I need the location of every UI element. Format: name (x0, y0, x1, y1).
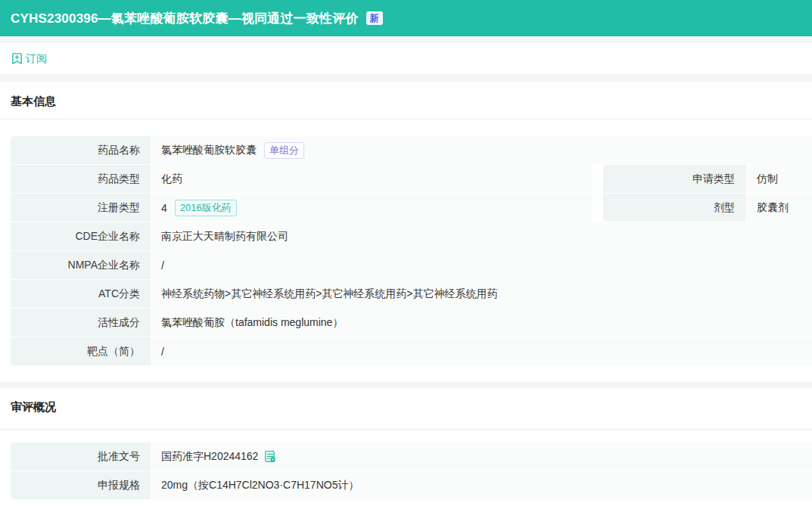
row-value: 氯苯唑酸葡胺软胶囊单组分 (151, 136, 812, 164)
row-value: / (151, 337, 812, 365)
table-row: 申报规格20mg（按C14H7Cl2NO3·C7H17NO5计） (11, 471, 812, 499)
basic-info-title: 基本信息 (0, 82, 812, 120)
table-row: ATC分类神经系统药物>其它神经系统用药>其它神经系统用药>其它神经系统用药 (11, 280, 812, 308)
row-value: 氯苯唑酸葡胺（tafamidis meglumine） (151, 309, 812, 337)
row-value-text: / (161, 259, 164, 272)
row-value-text: 胶囊剂 (757, 201, 789, 215)
value-tag: 单组分 (264, 142, 304, 159)
table-row: CDE企业名称南京正大天晴制药有限公司 (11, 222, 812, 250)
row-value: 仿制 (745, 165, 812, 193)
review-overview-title: 审评概况 (0, 388, 812, 430)
row-value-text: 氯苯唑酸葡胺（tafamidis meglumine） (161, 316, 343, 330)
table-row: 注册类型42016版化药 (11, 194, 593, 222)
row-label: 批准文号 (11, 442, 151, 470)
basic-info-right-table: 申请类型仿制剂型胶囊剂 (603, 165, 812, 222)
review-overview-card: 审评概况 批准文号国药准字H20244162申报规格20mg（按C14H7Cl2… (0, 388, 812, 506)
table-row: NMPA企业名称/ (11, 251, 812, 279)
row-label: ATC分类 (11, 280, 151, 308)
row-value: 胶囊剂 (745, 194, 812, 222)
row-value-text: 国药准字H20244162 (161, 450, 258, 464)
row-label: 剂型 (603, 194, 745, 222)
table-row: 药品名称氯苯唑酸葡胺软胶囊单组分 (11, 136, 812, 164)
basic-info-card: 基本信息 药品名称氯苯唑酸葡胺软胶囊单组分药品类型化药注册类型42016版化药C… (0, 82, 812, 382)
table-row: 药品类型化药 (11, 165, 593, 193)
row-label: 申请类型 (603, 165, 745, 193)
table-row: 申请类型仿制 (603, 165, 812, 193)
row-label: 活性成分 (11, 309, 151, 337)
row-value: 南京正大天晴制药有限公司 (151, 222, 812, 250)
row-value: 神经系统药物>其它神经系统用药>其它神经系统用药>其它神经系统用药 (151, 280, 812, 308)
row-value-text: 4 (161, 202, 167, 214)
subscribe-bar: 订阅 (0, 43, 812, 74)
row-label: 靶点（简） (11, 337, 151, 365)
new-badge: 新 (366, 11, 383, 25)
row-value-text: 仿制 (757, 172, 778, 186)
row-value-text: 南京正大天晴制药有限公司 (161, 230, 288, 244)
row-value-text: 20mg（按C14H7Cl2NO3·C7H17NO5计） (161, 479, 359, 492)
table-row: 剂型胶囊剂 (603, 194, 812, 222)
row-label: CDE企业名称 (11, 222, 151, 250)
row-value: / (151, 251, 812, 279)
row-value: 20mg（按C14H7Cl2NO3·C7H17NO5计） (151, 471, 812, 499)
row-value-text: / (161, 346, 164, 358)
subscribe-label: 订阅 (26, 52, 47, 66)
row-value-text: 化药 (161, 172, 182, 186)
page-header: CYHS2300396—氯苯唑酸葡胺软胶囊—视同通过一致性评价 新 (0, 0, 812, 36)
row-label: 申报规格 (11, 471, 151, 499)
row-value: 42016版化药 (151, 194, 593, 222)
bookmark-plus-icon (11, 52, 23, 65)
table-row: 批准文号国药准字H20244162 (11, 442, 812, 470)
row-label: 药品类型 (11, 165, 151, 193)
row-value-text: 氯苯唑酸葡胺软胶囊 (161, 144, 257, 157)
row-value: 化药 (151, 165, 593, 193)
row-value: 国药准字H20244162 (151, 442, 812, 470)
row-label: 药品名称 (11, 136, 151, 164)
table-row: 活性成分氯苯唑酸葡胺（tafamidis meglumine） (11, 309, 812, 337)
review-overview-table: 批准文号国药准字H20244162申报规格20mg（按C14H7Cl2NO3·C… (0, 442, 812, 499)
row-label: NMPA企业名称 (11, 251, 151, 279)
value-tag[interactable]: 2016版化药 (175, 200, 237, 216)
subscribe-button[interactable]: 订阅 (11, 52, 47, 66)
page-title: CYHS2300396—氯苯唑酸葡胺软胶囊—视同通过一致性评价 (11, 10, 359, 27)
document-view-icon[interactable] (264, 450, 276, 463)
row-label: 注册类型 (11, 194, 151, 222)
table-row: 靶点（简）/ (11, 337, 812, 365)
row-value-text: 神经系统药物>其它神经系统用药>其它神经系统用药>其它神经系统用药 (161, 287, 498, 301)
basic-info-table: 药品名称氯苯唑酸葡胺软胶囊单组分药品类型化药注册类型42016版化药CDE企业名… (0, 136, 812, 365)
